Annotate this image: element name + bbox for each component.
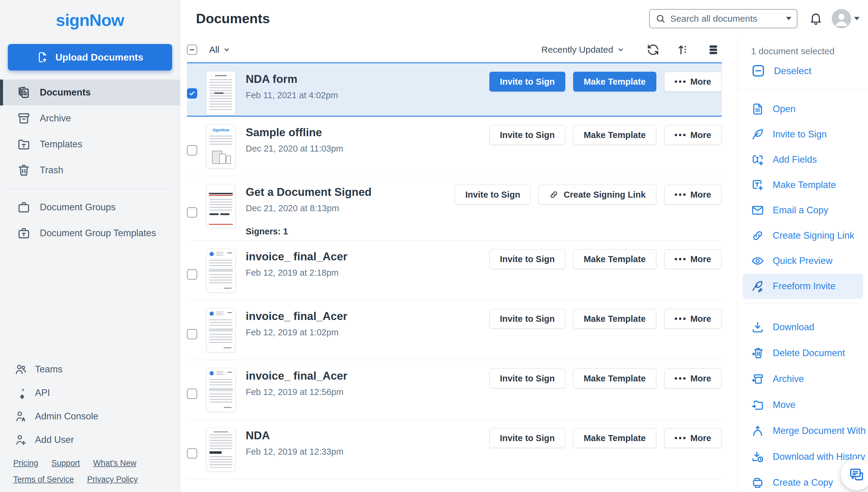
- notifications-bell-icon[interactable]: [809, 12, 823, 26]
- sidebar-item-add-user[interactable]: Add User: [0, 428, 180, 452]
- panel-item-delete-document[interactable]: Delete Document: [738, 340, 868, 366]
- row-checkbox[interactable]: [187, 389, 197, 399]
- document-title[interactable]: Get a Document Signed: [246, 186, 371, 199]
- document-row[interactable]: Get a Document Signed Dec 21, 2020 at 8:…: [187, 176, 722, 241]
- document-thumbnail[interactable]: [206, 368, 235, 412]
- whats-new-link[interactable]: What's New: [93, 457, 136, 470]
- document-thumbnail[interactable]: [206, 71, 235, 115]
- document-title[interactable]: invoice_ final_Acer: [246, 250, 347, 263]
- panel-item-archive[interactable]: Archive: [738, 366, 868, 392]
- invite-to-sign-button[interactable]: Invite to Sign: [489, 309, 565, 329]
- row-checkbox[interactable]: [187, 329, 197, 339]
- invite-to-sign-button[interactable]: Invite to Sign: [455, 185, 531, 204]
- sidebar-item-teams[interactable]: Teams: [0, 358, 180, 381]
- panel-item-make-template[interactable]: Make Template: [738, 172, 868, 198]
- document-title[interactable]: invoice_ final_Acer: [246, 370, 347, 382]
- document-thumbnail[interactable]: [206, 184, 235, 228]
- document-title[interactable]: invoice_ final_Acer: [246, 310, 347, 323]
- document-row[interactable]: NDA Feb 12, 2019 at 12:33pm Invite to Si…: [187, 420, 722, 479]
- row-actions: Invite to Sign Make Template More: [489, 124, 722, 145]
- sidebar-item-documents[interactable]: Documents: [0, 79, 180, 105]
- panel-item-email-a-copy[interactable]: Email a Copy: [738, 198, 868, 223]
- invite-to-sign-button[interactable]: Invite to Sign: [489, 428, 565, 448]
- document-row[interactable]: invoice_ final_Acer Feb 12, 2019 at 1:02…: [187, 300, 722, 360]
- row-checkbox[interactable]: [187, 448, 197, 459]
- more-button[interactable]: More: [664, 185, 722, 204]
- panel-divider: [738, 90, 868, 90]
- sidebar-item-admin-console[interactable]: Admin Console: [0, 404, 180, 428]
- make-template-button[interactable]: Make Template: [573, 428, 656, 448]
- row-checkbox[interactable]: [187, 269, 197, 279]
- make-template-button[interactable]: Make Template: [573, 72, 656, 92]
- sort-direction-icon[interactable]: [677, 43, 690, 56]
- row-checkbox[interactable]: [187, 207, 197, 218]
- make-template-button[interactable]: Make Template: [573, 125, 656, 145]
- document-thumbnail[interactable]: SignNow: [206, 124, 235, 168]
- panel-item-create-signing-link[interactable]: Create Signing Link: [738, 223, 868, 248]
- document-row[interactable]: NDA form Feb 11, 2021 at 4:02pm Invite t…: [187, 63, 722, 117]
- sidebar-item-archive[interactable]: Archive: [0, 105, 180, 131]
- filter-dropdown[interactable]: All: [209, 45, 231, 55]
- document-thumbnail[interactable]: [206, 249, 235, 293]
- deselect-button[interactable]: Deselect: [751, 64, 868, 78]
- panel-item-download[interactable]: Download: [738, 314, 868, 340]
- panel-item-add-fields[interactable]: Add Fields: [738, 147, 868, 172]
- more-button[interactable]: More: [664, 428, 722, 448]
- sort-order-dropdown[interactable]: Recently Updated: [541, 45, 625, 55]
- panel-item-merge-document-with[interactable]: Merge Document With: [738, 418, 868, 444]
- make-template-button[interactable]: Make Template: [573, 249, 656, 269]
- invite-to-sign-button[interactable]: Invite to Sign: [489, 125, 565, 145]
- avatar[interactable]: [832, 9, 851, 28]
- panel-item-freeform-invite[interactable]: Freeform Invite: [743, 274, 863, 299]
- sidebar-item-document-groups[interactable]: Document Groups: [0, 194, 180, 220]
- documents-icon: [17, 85, 31, 99]
- search-input[interactable]: [670, 14, 782, 24]
- more-button[interactable]: More: [664, 249, 722, 269]
- privacy-policy-link[interactable]: Privacy Policy: [87, 473, 138, 486]
- select-all-checkbox[interactable]: [187, 45, 197, 55]
- panel-item-quick-preview[interactable]: Quick Preview: [738, 248, 868, 274]
- panel-item-move[interactable]: Move: [738, 392, 868, 418]
- sidebar-item-api[interactable]: API: [0, 381, 180, 404]
- more-button[interactable]: More: [664, 309, 722, 329]
- list-view-icon[interactable]: [707, 43, 720, 56]
- search-scope-caret-icon[interactable]: [786, 17, 792, 20]
- invite-to-sign-button[interactable]: Invite to Sign: [489, 249, 565, 269]
- document-row[interactable]: invoice_ final_Acer Feb 12, 2019 at 2:18…: [187, 241, 722, 300]
- more-button[interactable]: More: [664, 368, 722, 388]
- briefcase-template-icon: [17, 226, 31, 240]
- sidebar-item-label: Admin Console: [35, 411, 98, 422]
- row-checkbox[interactable]: [187, 145, 197, 155]
- account-menu[interactable]: [832, 9, 860, 28]
- pricing-link[interactable]: Pricing: [13, 457, 38, 470]
- create-signing-link-button[interactable]: Create Signing Link: [538, 185, 656, 204]
- more-button[interactable]: More: [664, 72, 722, 92]
- make-template-button[interactable]: Make Template: [573, 368, 656, 388]
- document-title[interactable]: NDA: [246, 429, 344, 442]
- document-thumbnail[interactable]: [206, 427, 235, 471]
- refresh-icon[interactable]: [647, 43, 660, 56]
- invite-to-sign-button[interactable]: Invite to Sign: [489, 368, 565, 388]
- document-title[interactable]: Sample offline: [246, 126, 344, 139]
- more-button[interactable]: More: [664, 125, 722, 145]
- document-thumbnail[interactable]: [206, 308, 235, 352]
- panel-item-open[interactable]: Open: [738, 96, 868, 122]
- terms-of-service-link[interactable]: Terms of Service: [13, 473, 74, 486]
- panel-item-invite-to-sign[interactable]: Invite to Sign: [738, 122, 868, 147]
- sidebar-item-document-group-templates[interactable]: Document Group Templates: [0, 220, 180, 246]
- content: All Recently Updated: [180, 37, 868, 492]
- sidebar-item-templates[interactable]: Templates: [0, 131, 180, 157]
- row-checkbox-checked[interactable]: [187, 88, 197, 99]
- sidebar-item-trash[interactable]: Trash: [0, 157, 180, 183]
- make-template-button[interactable]: Make Template: [573, 309, 656, 329]
- support-link[interactable]: Support: [51, 457, 80, 470]
- invite-to-sign-button[interactable]: Invite to Sign: [489, 72, 565, 92]
- document-row[interactable]: invoice_ final_Acer Feb 12, 2019 at 12:5…: [187, 360, 722, 420]
- document-title[interactable]: NDA form: [246, 73, 338, 85]
- document-row[interactable]: SignNow Sample offline Dec 21, 2020 at 1…: [187, 117, 722, 176]
- page-title: Documents: [196, 11, 270, 26]
- envelope-icon: [751, 204, 764, 217]
- archive-action-icon: [751, 372, 764, 386]
- upload-documents-button[interactable]: Upload Documents: [8, 44, 172, 71]
- search-box[interactable]: [649, 9, 797, 28]
